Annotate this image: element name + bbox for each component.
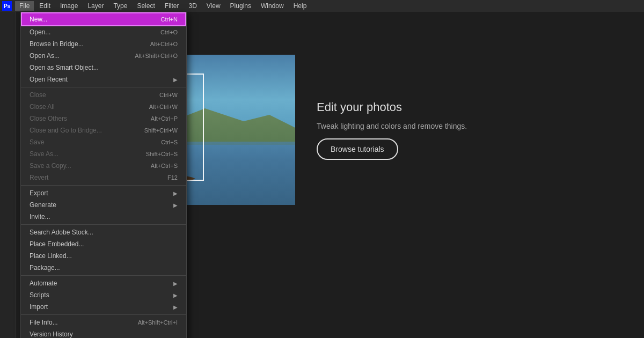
dropdown-item-close-bridge-label: Close and Go to Bridge... <box>30 127 102 134</box>
menu-item-type[interactable]: Type <box>109 1 131 11</box>
dropdown-item-revert-shortcut: F12 <box>167 174 178 181</box>
dropdown-item-revert[interactable]: Revert F12 <box>21 172 186 183</box>
dropdown-item-browse-bridge-label: Browse in Bridge... <box>30 40 84 48</box>
dropdown-separator-5 <box>21 314 186 315</box>
dropdown-item-save-copy[interactable]: Save a Copy... Alt+Ctrl+S <box>21 160 186 172</box>
dropdown-separator-2 <box>21 185 186 186</box>
dropdown-separator-1 <box>21 87 186 87</box>
dropdown-separator-3 <box>21 224 186 225</box>
dropdown-item-close[interactable]: Close Ctrl+W <box>21 89 186 101</box>
menu-item-edit[interactable]: Edit <box>35 1 55 11</box>
dropdown-item-close-all[interactable]: Close All Alt+Ctrl+W <box>21 101 186 113</box>
dropdown-item-scripts-label: Scripts <box>30 291 49 299</box>
automate-arrow-icon: ▶ <box>173 281 178 286</box>
dropdown-item-open-recent-label: Open Recent <box>30 76 68 83</box>
menu-item-help[interactable]: Help <box>289 1 311 11</box>
dropdown-item-package-label: Package... <box>30 264 60 271</box>
dropdown-item-close-others[interactable]: Close Others Alt+Ctrl+P <box>21 113 186 124</box>
ps-logo: Ps <box>2 1 12 11</box>
menu-item-plugins[interactable]: Plugins <box>226 1 255 11</box>
dropdown-item-close-label: Close <box>30 91 46 99</box>
dropdown-item-export-label: Export <box>30 189 48 197</box>
dropdown-item-invite-label: Invite... <box>30 213 50 221</box>
dropdown-item-automate[interactable]: Automate ▶ <box>21 277 186 289</box>
dropdown-item-scripts[interactable]: Scripts ▶ <box>21 289 186 301</box>
export-arrow-icon: ▶ <box>173 190 178 196</box>
scripts-arrow-icon: ▶ <box>173 292 178 298</box>
menu-item-window[interactable]: Window <box>257 1 288 11</box>
dropdown-item-file-info-shortcut: Alt+Shift+Ctrl+I <box>138 319 178 326</box>
menu-item-select[interactable]: Select <box>133 1 159 11</box>
dropdown-item-generate-label: Generate <box>30 201 56 209</box>
dropdown-item-open-as-label: Open As... <box>30 52 60 60</box>
dropdown-item-version-history-label: Version History <box>30 330 73 338</box>
dropdown-item-package[interactable]: Package... <box>21 262 186 274</box>
dropdown-item-file-info[interactable]: File Info... Alt+Shift+Ctrl+I <box>21 317 186 328</box>
feature-title: Edit your photos <box>317 100 467 114</box>
dropdown-item-browse-bridge[interactable]: Browse in Bridge... Alt+Ctrl+O <box>21 38 186 50</box>
generate-arrow-icon: ▶ <box>173 202 178 208</box>
dropdown-item-invite[interactable]: Invite... <box>21 211 186 223</box>
dropdown-item-close-all-label: Close All <box>30 103 55 111</box>
dropdown-item-close-bridge-shortcut: Shift+Ctrl+W <box>144 127 178 134</box>
dropdown-item-open-as-shortcut: Alt+Shift+Ctrl+O <box>135 53 178 59</box>
dropdown-item-close-all-shortcut: Alt+Ctrl+W <box>149 104 178 110</box>
dropdown-item-import-label: Import <box>30 303 48 311</box>
feature-text: Edit your photos Tweak lighting and colo… <box>317 55 467 205</box>
menu-item-filter[interactable]: Filter <box>160 1 184 11</box>
dropdown-separator-4 <box>21 275 186 276</box>
dropdown-item-save-as-shortcut: Shift+Ctrl+S <box>146 151 178 157</box>
dropdown-item-close-shortcut: Ctrl+W <box>159 92 178 98</box>
dropdown-item-save-copy-shortcut: Alt+Ctrl+S <box>151 163 178 169</box>
dropdown-item-file-info-label: File Info... <box>30 319 58 326</box>
browse-tutorials-button[interactable]: Browse tutorials <box>317 138 398 160</box>
dropdown-item-new-shortcut: Ctrl+N <box>161 16 178 23</box>
menu-item-3d[interactable]: 3D <box>184 1 201 11</box>
file-dropdown-menu: New... Ctrl+N Open... Ctrl+O Browse in B… <box>20 12 187 338</box>
menu-item-view[interactable]: View <box>202 1 225 11</box>
dropdown-item-place-embedded-label: Place Embedded... <box>30 240 84 248</box>
dropdown-item-import[interactable]: Import ▶ <box>21 301 186 313</box>
dropdown-item-save[interactable]: Save Ctrl+S <box>21 136 186 148</box>
dropdown-item-open-smart-label: Open as Smart Object... <box>30 64 99 71</box>
dropdown-item-search-stock-label: Search Adobe Stock... <box>30 229 93 236</box>
dropdown-item-close-others-label: Close Others <box>30 115 67 122</box>
dropdown-item-save-label: Save <box>30 138 44 146</box>
dropdown-item-save-copy-label: Save a Copy... <box>30 162 71 170</box>
dropdown-item-place-linked-label: Place Linked... <box>30 252 72 260</box>
feature-description: Tweak lighting and colors and remove thi… <box>317 121 467 132</box>
dropdown-item-search-stock[interactable]: Search Adobe Stock... <box>21 226 186 238</box>
dropdown-item-close-others-shortcut: Alt+Ctrl+P <box>151 115 178 122</box>
dropdown-item-save-shortcut: Ctrl+S <box>161 139 178 145</box>
dropdown-item-open-smart[interactable]: Open as Smart Object... <box>21 62 186 74</box>
dropdown-item-close-bridge[interactable]: Close and Go to Bridge... Shift+Ctrl+W <box>21 124 186 136</box>
dropdown-item-place-linked[interactable]: Place Linked... <box>21 250 186 262</box>
dropdown-item-open-recent[interactable]: Open Recent ▶ <box>21 74 186 85</box>
dropdown-item-browse-bridge-shortcut: Alt+Ctrl+O <box>150 41 178 47</box>
dropdown-item-open-label: Open... <box>30 28 50 36</box>
dropdown-item-save-as[interactable]: Save As... Shift+Ctrl+S <box>21 148 186 160</box>
dropdown-item-new[interactable]: New... Ctrl+N <box>21 12 186 26</box>
dropdown-item-open-as[interactable]: Open As... Alt+Shift+Ctrl+O <box>21 50 186 62</box>
menu-item-image[interactable]: Image <box>56 1 82 11</box>
dropdown-item-automate-label: Automate <box>30 280 57 287</box>
import-arrow-icon: ▶ <box>173 304 178 310</box>
dropdown-item-version-history[interactable]: Version History <box>21 328 186 338</box>
dropdown-item-generate[interactable]: Generate ▶ <box>21 199 186 211</box>
dropdown-item-open-shortcut: Ctrl+O <box>160 29 178 35</box>
dropdown-item-save-as-label: Save As... <box>30 150 58 158</box>
menu-bar: Ps File Edit Image Layer Type Select Fil… <box>0 0 644 12</box>
dropdown-item-place-embedded[interactable]: Place Embedded... <box>21 238 186 250</box>
arrow-icon: ▶ <box>173 77 178 83</box>
left-sidebar <box>0 12 16 338</box>
dropdown-item-revert-label: Revert <box>30 174 48 181</box>
menu-item-layer[interactable]: Layer <box>83 1 108 11</box>
dropdown-item-open[interactable]: Open... Ctrl+O <box>21 26 186 38</box>
dropdown-item-new-label: New... <box>30 16 47 23</box>
menu-item-file[interactable]: File <box>15 1 34 11</box>
dropdown-item-export[interactable]: Export ▶ <box>21 187 186 199</box>
